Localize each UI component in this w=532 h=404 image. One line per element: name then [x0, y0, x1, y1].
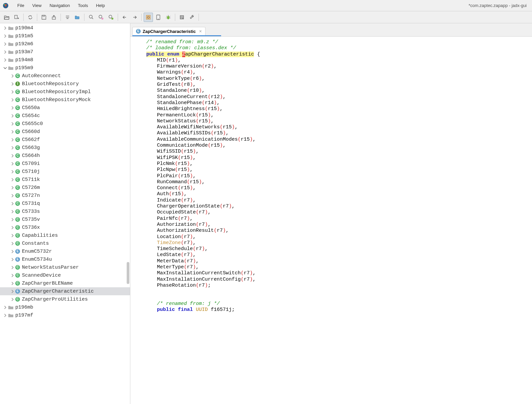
tree-node-p193m7[interactable]: p193m7 [0, 48, 130, 56]
chevron-right-icon[interactable] [10, 265, 15, 270]
chevron-right-icon[interactable] [10, 145, 15, 150]
menu-tools[interactable]: Tools [74, 0, 92, 11]
chevron-right-icon[interactable] [10, 241, 15, 246]
chevron-right-icon[interactable] [10, 97, 15, 102]
search-class-button[interactable] [96, 13, 106, 22]
tree-node-p194m8[interactable]: p194m8 [0, 56, 130, 64]
chevron-right-icon[interactable] [3, 50, 7, 54]
tree-node-C5660d[interactable]: CC5660d [0, 128, 130, 136]
tree-node-BluetoothRepositoryMock[interactable]: CBluetoothRepositoryMock [0, 96, 130, 104]
tree-node-C5662f[interactable]: CC5662f [0, 136, 130, 144]
chevron-right-icon[interactable] [10, 249, 15, 254]
tree-node-p197mf[interactable]: p197mf [0, 311, 130, 319]
chevron-right-icon[interactable] [3, 42, 7, 46]
tree-node-C5711k[interactable]: CC5711k [0, 176, 130, 184]
tree-node-C5650a[interactable]: CC5650a [0, 104, 130, 112]
preferences-button[interactable] [144, 13, 153, 22]
tree-node-C5731q[interactable]: CC5731q [0, 200, 130, 207]
chevron-right-icon[interactable] [3, 305, 7, 310]
chevron-right-icon[interactable] [10, 121, 15, 126]
tree-node-C5655c0[interactable]: CC5655c0 [0, 120, 130, 128]
chevron-right-icon[interactable] [10, 73, 15, 78]
sync-button[interactable] [26, 13, 35, 22]
chevron-right-icon[interactable] [10, 177, 15, 182]
chevron-right-icon[interactable] [10, 105, 15, 110]
menu-navigation[interactable]: Navigation [46, 0, 74, 11]
chevron-right-icon[interactable] [10, 281, 15, 286]
back-button[interactable] [120, 13, 129, 22]
tree-node-C5735v[interactable]: CC5735v [0, 215, 130, 223]
open-button[interactable] [2, 13, 11, 22]
scrollbar-thumb[interactable] [127, 262, 129, 284]
tree-node-EnumC5732r[interactable]: EEnumC5732r [0, 247, 130, 255]
tree-node-p196mb[interactable]: p196mb [0, 303, 130, 311]
tree-node-C5709i[interactable]: CC5709i [0, 160, 130, 168]
tree-node-C5733s[interactable]: CC5733s [0, 207, 130, 215]
search-usage-button[interactable] [106, 13, 116, 22]
chevron-right-icon[interactable] [10, 81, 15, 86]
log-button[interactable] [177, 13, 187, 22]
chevron-down-icon[interactable] [3, 66, 7, 70]
tree-node-ZapChargerBLEName[interactable]: CZapChargerBLEName [0, 279, 130, 287]
tree-node-C5727n[interactable]: CC5727n [0, 192, 130, 200]
chevron-right-icon[interactable] [3, 313, 7, 318]
tab-close-button[interactable]: × [199, 29, 202, 34]
chevron-right-icon[interactable] [10, 273, 15, 278]
chevron-right-icon[interactable] [3, 34, 7, 38]
tree-node-C5663g[interactable]: CC5663g [0, 144, 130, 152]
tree-node-NetworkStatusParser[interactable]: CNetworkStatusParser [0, 263, 130, 271]
chevron-right-icon[interactable] [10, 169, 15, 174]
tree-node-ZapChargerCharacteristic[interactable]: EZapChargerCharacteristic [0, 287, 130, 295]
menu-help[interactable]: Help [92, 0, 109, 11]
chevron-right-icon[interactable] [10, 161, 15, 166]
chevron-right-icon[interactable] [10, 217, 15, 222]
tree-node-Constants[interactable]: CConstants [0, 239, 130, 247]
chevron-right-icon[interactable] [10, 297, 15, 302]
tree-node-C5654c[interactable]: CC5654c [0, 112, 130, 120]
search-button[interactable] [86, 13, 96, 22]
add-lib-button[interactable] [12, 13, 21, 22]
tree-node-ScannedDevice[interactable]: CScannedDevice [0, 271, 130, 279]
tree-node-p190m4[interactable]: p190m4 [0, 24, 130, 32]
chevron-right-icon[interactable] [10, 225, 15, 230]
chevron-right-icon[interactable] [10, 209, 15, 214]
tree-node-p195m9[interactable]: p195m9 [0, 64, 130, 72]
forward-button[interactable] [130, 13, 139, 22]
save-button[interactable] [39, 13, 49, 22]
tree-node-EnumC5734u[interactable]: EEnumC5734u [0, 255, 130, 263]
tree-node-C5710j[interactable]: CC5710j [0, 168, 130, 176]
chevron-right-icon[interactable] [3, 58, 7, 62]
chevron-right-icon[interactable] [10, 257, 15, 262]
editor-tab[interactable]: E ZapChargerCharacteristic × [132, 27, 205, 35]
tree-node-BluetoothRepositoryImpl[interactable]: CBluetoothRepositoryImpl [0, 88, 130, 96]
menu-file[interactable]: File [13, 0, 28, 11]
chevron-right-icon[interactable] [10, 113, 15, 118]
chevron-right-icon[interactable] [10, 153, 15, 158]
tree-node-ZapChargerProUtilities[interactable]: CZapChargerProUtilities [0, 295, 130, 303]
package-tree[interactable]: p190m4p191m5p192m6p193m7p194m8p195m9CAut… [0, 23, 130, 404]
tree-node-BluetoothRepository[interactable]: IBluetoothRepository [0, 80, 130, 88]
device-button[interactable] [154, 13, 163, 22]
chevron-right-icon[interactable] [3, 26, 7, 30]
debug-button[interactable] [164, 13, 173, 22]
menu-view[interactable]: View [28, 0, 46, 11]
wrench-button[interactable] [187, 13, 197, 22]
tree-node-AutoReconnect[interactable]: CAutoReconnect [0, 72, 130, 80]
chevron-right-icon[interactable] [10, 193, 15, 198]
tree-node-Capabilities[interactable]: CCapabilities [0, 231, 130, 239]
chevron-right-icon[interactable] [10, 289, 15, 294]
chevron-right-icon[interactable] [10, 89, 15, 94]
flatten-packages-button[interactable] [63, 13, 72, 22]
tree-node-C5664h[interactable]: CC5664h [0, 152, 130, 160]
tree-node-C5736x[interactable]: CC5736x [0, 223, 130, 231]
code-editor[interactable]: /* renamed from: m9.z *//* loaded from: … [130, 36, 532, 404]
tree-node-p192m6[interactable]: p192m6 [0, 40, 130, 48]
chevron-right-icon[interactable] [10, 233, 15, 238]
tree-node-p191m5[interactable]: p191m5 [0, 32, 130, 40]
chevron-right-icon[interactable] [10, 201, 15, 206]
chevron-right-icon[interactable] [10, 185, 15, 190]
tree-node-C5726m[interactable]: CC5726m [0, 184, 130, 192]
chevron-right-icon[interactable] [10, 137, 15, 142]
chevron-right-icon[interactable] [10, 129, 15, 134]
save-mapping-button[interactable] [73, 13, 82, 22]
